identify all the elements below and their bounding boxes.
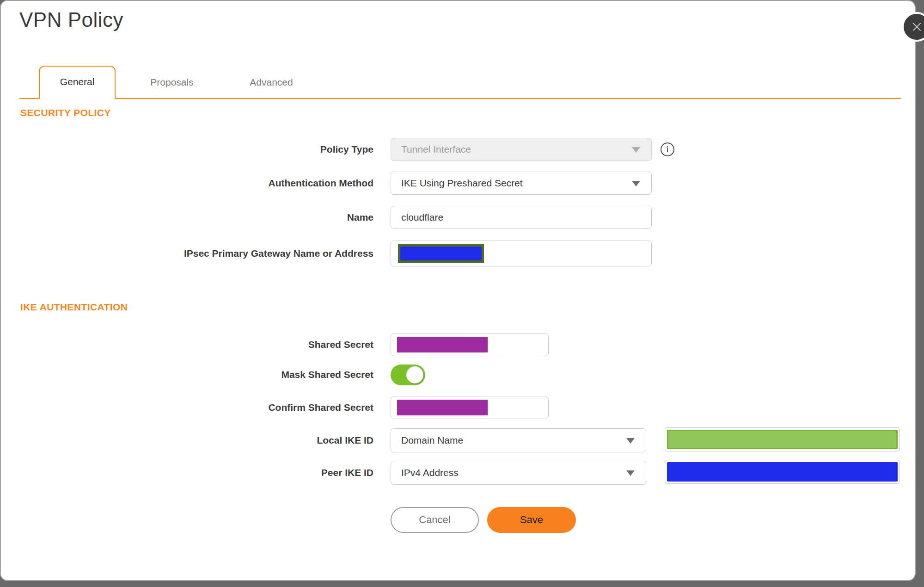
vpn-policy-dialog: VPN Policy General Proposals Advanced SE… bbox=[0, 0, 916, 581]
local-ike-id-dropdown[interactable]: Domain Name bbox=[391, 428, 646, 452]
chevron-down-icon bbox=[632, 181, 640, 186]
toggle-knob bbox=[406, 366, 423, 383]
chevron-down-icon bbox=[626, 438, 635, 444]
local-ike-id-input[interactable] bbox=[665, 427, 900, 451]
name-label: Name bbox=[19, 206, 373, 229]
tab-proposals[interactable]: Proposals bbox=[140, 66, 204, 99]
peer-ike-id-dropdown[interactable]: IPv4 Address bbox=[391, 461, 646, 485]
shared-secret-label: Shared Secret bbox=[19, 333, 373, 356]
name-input[interactable]: cloudflare bbox=[391, 206, 652, 229]
redaction-block bbox=[397, 337, 488, 352]
info-icon[interactable]: i bbox=[661, 142, 674, 156]
redaction-block bbox=[398, 244, 484, 263]
chevron-down-icon bbox=[632, 147, 640, 153]
info-icon-glyph: i bbox=[666, 144, 669, 154]
tab-advanced-label: Advanced bbox=[250, 77, 293, 87]
local-ike-id-label: Local IKE ID bbox=[19, 428, 373, 452]
ipsec-gateway-label: IPsec Primary Gateway Name or Address bbox=[19, 241, 373, 266]
tab-general-label: General bbox=[60, 76, 95, 87]
shared-secret-input[interactable] bbox=[391, 333, 549, 356]
authentication-method-label: Authentication Method bbox=[19, 172, 373, 195]
peer-ike-id-input[interactable] bbox=[665, 460, 900, 484]
cancel-button[interactable]: Cancel bbox=[391, 507, 479, 533]
ike-authentication-heading: IKE AUTHENTICATION bbox=[20, 302, 128, 313]
policy-type-dropdown: Tunnel Interface bbox=[391, 138, 652, 161]
tab-proposals-label: Proposals bbox=[150, 77, 193, 87]
redaction-block bbox=[667, 430, 898, 449]
local-ike-id-value: Domain Name bbox=[401, 429, 463, 452]
redaction-block bbox=[667, 462, 898, 482]
save-button[interactable]: Save bbox=[487, 507, 576, 533]
confirm-shared-secret-input[interactable] bbox=[391, 396, 549, 419]
mask-shared-secret-toggle[interactable] bbox=[391, 365, 425, 385]
policy-type-label: Policy Type bbox=[19, 138, 373, 161]
mask-shared-secret-label: Mask Shared Secret bbox=[19, 365, 373, 385]
authentication-method-dropdown[interactable]: IKE Using Preshared Secret bbox=[391, 172, 652, 195]
tab-general[interactable]: General bbox=[39, 66, 116, 99]
peer-ike-id-value: IPv4 Address bbox=[401, 461, 459, 484]
confirm-shared-secret-label: Confirm Shared Secret bbox=[19, 396, 373, 419]
peer-ike-id-label: Peer IKE ID bbox=[19, 461, 373, 485]
name-input-value: cloudflare bbox=[401, 206, 443, 229]
authentication-method-value: IKE Using Preshared Secret bbox=[401, 172, 523, 194]
page-title: VPN Policy bbox=[19, 8, 123, 31]
tab-advanced[interactable]: Advanced bbox=[241, 66, 301, 99]
chevron-down-icon bbox=[626, 470, 635, 476]
redaction-block bbox=[397, 400, 488, 415]
policy-type-value: Tunnel Interface bbox=[401, 138, 471, 161]
ipsec-gateway-input[interactable] bbox=[391, 241, 652, 266]
security-policy-heading: SECURITY POLICY bbox=[20, 107, 111, 118]
